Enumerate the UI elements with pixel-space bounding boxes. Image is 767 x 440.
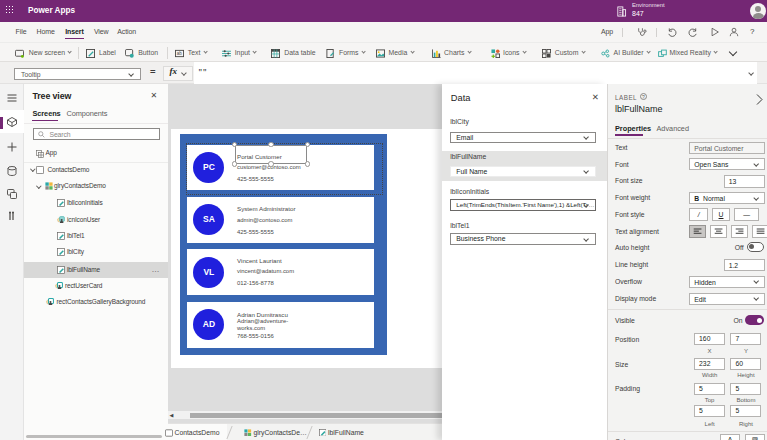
svg-text:ab: ab (176, 51, 182, 56)
